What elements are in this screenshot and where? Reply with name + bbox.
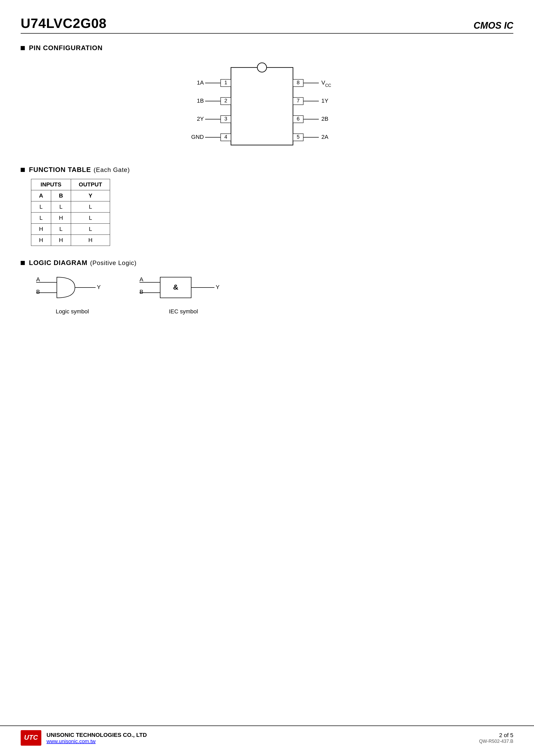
- pin-config-diagram: 1 1A 2 1B 3 2Y 4 GND 8 VCC: [21, 60, 513, 153]
- page-title: U74LVC2G08: [21, 15, 107, 31]
- cell-a: L: [31, 212, 51, 224]
- pin-config-label: PIN CONFIGURATION: [29, 44, 103, 52]
- svg-text:7: 7: [296, 98, 299, 103]
- cell-a: H: [31, 235, 51, 246]
- footer-left: UTC UNISONIC TECHNOLOGIES CO., LTD www.u…: [21, 730, 147, 746]
- col-output: OUTPUT: [71, 179, 110, 190]
- svg-text:2Y: 2Y: [197, 116, 204, 122]
- svg-text:1B: 1B: [197, 97, 204, 104]
- cell-b: L: [51, 224, 71, 235]
- svg-text:B: B: [36, 288, 40, 295]
- svg-text:Y: Y: [97, 284, 101, 290]
- svg-text:A: A: [140, 276, 143, 283]
- logic-diagram-label: LOGIC DIAGRAM: [29, 259, 88, 267]
- bullet-icon: [21, 46, 25, 50]
- page-subtitle: CMOS IC: [473, 20, 513, 31]
- footer-company-info: UNISONIC TECHNOLOGIES CO., LTD www.uniso…: [46, 732, 147, 744]
- footer-company-name: UNISONIC TECHNOLOGIES CO., LTD: [46, 732, 147, 739]
- svg-text:6: 6: [296, 116, 299, 122]
- logic-symbol-svg: A B Y: [36, 272, 109, 303]
- table-row: LLL: [31, 202, 110, 212]
- col-b-header: B: [51, 190, 71, 202]
- cell-b: H: [51, 235, 71, 246]
- page-footer: UTC UNISONIC TECHNOLOGIES CO., LTD www.u…: [0, 725, 534, 746]
- cell-y: L: [71, 224, 110, 235]
- cell-b: L: [51, 202, 71, 212]
- bullet-icon-3: [21, 261, 25, 265]
- iec-symbol-svg: A B & Y: [140, 272, 227, 303]
- utc-logo-text: UTC: [22, 731, 40, 745]
- col-y-header: Y: [71, 190, 110, 202]
- table-row: HHH: [31, 235, 110, 246]
- svg-text:1A: 1A: [197, 79, 204, 86]
- pin-config-section: PIN CONFIGURATION 1 1A 2 1B 3 2Y: [21, 44, 513, 153]
- svg-text:VCC: VCC: [321, 79, 331, 88]
- svg-text:2B: 2B: [321, 116, 328, 122]
- function-table: INPUTS OUTPUT A B Y LLLLHLHLLHHH: [31, 179, 110, 246]
- iec-symbol-wrap: A B & Y IEC symbol: [140, 272, 227, 315]
- bullet-icon-2: [21, 168, 25, 172]
- logic-diagram-header: LOGIC DIAGRAM (Positive Logic): [21, 259, 513, 267]
- footer-page: 2 of 5: [499, 732, 513, 739]
- function-table-sublabel: (Each Gate): [93, 166, 130, 174]
- utc-logo: UTC: [21, 730, 41, 746]
- footer-website: www.unisonic.com.tw: [46, 739, 147, 744]
- svg-rect-0: [231, 68, 293, 145]
- cell-b: H: [51, 212, 71, 224]
- svg-text:GND: GND: [191, 134, 204, 140]
- function-table-section: FUNCTION TABLE (Each Gate) INPUTS OUTPUT…: [21, 166, 513, 246]
- svg-text:5: 5: [296, 134, 299, 140]
- svg-text:3: 3: [224, 116, 227, 122]
- svg-text:&: &: [173, 283, 178, 291]
- page-header: U74LVC2G08 CMOS IC: [21, 15, 513, 34]
- svg-text:A: A: [36, 276, 40, 283]
- iec-symbol-label: IEC symbol: [169, 308, 198, 315]
- svg-text:2A: 2A: [321, 134, 328, 140]
- svg-text:UTC: UTC: [24, 734, 38, 741]
- svg-text:8: 8: [296, 80, 299, 85]
- cell-y: L: [71, 202, 110, 212]
- svg-text:1: 1: [224, 80, 227, 85]
- svg-point-1: [257, 63, 267, 72]
- footer-doc-ref: QW-R502-437.B: [479, 739, 513, 744]
- logic-diagram-section: LOGIC DIAGRAM (Positive Logic) A B Y Log…: [21, 259, 513, 315]
- footer-right: 2 of 5 QW-R502-437.B: [479, 732, 513, 744]
- logic-symbol-wrap: A B Y Logic symbol: [36, 272, 109, 315]
- logic-diagram-area: A B Y Logic symbol A B: [36, 272, 513, 315]
- svg-text:4: 4: [224, 134, 227, 140]
- svg-text:2: 2: [224, 98, 227, 103]
- cell-a: H: [31, 224, 51, 235]
- svg-text:Y: Y: [216, 284, 219, 290]
- table-row: HLL: [31, 224, 110, 235]
- pin-config-header: PIN CONFIGURATION: [21, 44, 513, 52]
- cell-a: L: [31, 202, 51, 212]
- svg-text:1Y: 1Y: [321, 97, 328, 104]
- function-table-label: FUNCTION TABLE: [29, 166, 91, 174]
- logic-diagram-sublabel: (Positive Logic): [90, 259, 137, 267]
- col-inputs: INPUTS: [31, 179, 71, 190]
- pin-diagram-svg: 1 1A 2 1B 3 2Y 4 GND 8 VCC: [190, 60, 344, 153]
- logic-symbol-label: Logic symbol: [56, 308, 89, 315]
- function-table-header: FUNCTION TABLE (Each Gate): [21, 166, 513, 174]
- table-row: LHL: [31, 212, 110, 224]
- cell-y: H: [71, 235, 110, 246]
- cell-y: L: [71, 212, 110, 224]
- svg-text:B: B: [140, 288, 143, 295]
- col-a-header: A: [31, 190, 51, 202]
